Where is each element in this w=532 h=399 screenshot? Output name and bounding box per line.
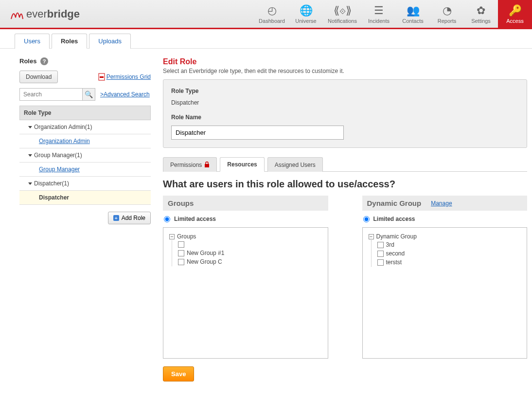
resources-columns: Groups Limited access −Groups New Group … — [163, 196, 527, 359]
tab-permissions[interactable]: Permissions — [163, 157, 217, 172]
logo-text: everbridge — [26, 8, 80, 20]
tree-group-mgr-parent[interactable]: Group Manager(1) — [19, 148, 151, 163]
group-item[interactable]: New Group C — [178, 257, 322, 266]
dynamic-header: Dynamic GroupManage — [362, 196, 528, 211]
search-wrap: 🔍 — [19, 88, 95, 101]
nav-universe[interactable]: 🌐Universe — [289, 0, 323, 29]
nav-contacts[interactable]: 👥Contacts — [396, 0, 430, 29]
chevron-down-icon — [28, 182, 32, 185]
checkbox[interactable] — [377, 259, 384, 266]
dynamic-item[interactable]: second — [377, 249, 521, 258]
form-box: Role Type Dispatcher Role Name — [163, 79, 527, 148]
right-panel: Edit Role Select an Everbridge role type… — [151, 57, 532, 381]
svg-rect-2 — [205, 164, 209, 167]
nav-notifications[interactable]: ⟪⟐⟫Notifications — [323, 0, 362, 29]
groups-header: Groups — [163, 196, 328, 211]
plus-icon: + — [113, 215, 119, 221]
tree-dispatcher-child[interactable]: Dispatcher — [19, 191, 151, 205]
role-name-input[interactable] — [171, 126, 344, 140]
permissions-grid-link[interactable]: Permissions Grid — [106, 73, 151, 80]
dynamic-limited-row[interactable]: Limited access — [362, 211, 528, 227]
antenna-icon: ⟪⟐⟫ — [334, 4, 352, 17]
checkbox[interactable] — [178, 241, 184, 248]
nav-incidents[interactable]: ☰Incidents — [362, 0, 396, 29]
groups-column: Groups Limited access −Groups New Group … — [163, 196, 328, 359]
nav-reports[interactable]: ◔Reports — [430, 0, 464, 29]
tab-resources[interactable]: Resources — [220, 157, 264, 172]
role-type-value: Dispatcher — [171, 99, 519, 106]
search-icon: 🔍 — [85, 91, 93, 98]
tree-org-admin-child[interactable]: Organization Admin — [19, 134, 151, 148]
dynamic-group-column: Dynamic GroupManage Limited access −Dyna… — [362, 196, 528, 359]
nav-settings[interactable]: ✿Settings — [464, 0, 498, 29]
main-nav: ◴Dashboard 🌐Universe ⟪⟐⟫Notifications ☰I… — [255, 0, 532, 29]
dynamic-item[interactable]: 3rd — [377, 240, 521, 249]
role-type-label: Role Type — [171, 88, 519, 94]
checkbox[interactable] — [178, 259, 184, 265]
tab-users[interactable]: Users — [15, 34, 50, 49]
groups-limited-label: Limited access — [174, 216, 216, 222]
download-button[interactable]: Download — [19, 71, 58, 83]
dynamic-limited-radio[interactable] — [363, 216, 370, 222]
roles-title: Roles — [19, 57, 36, 65]
groups-limited-radio[interactable] — [164, 216, 170, 222]
pie-icon: ◔ — [443, 4, 452, 17]
key-icon: 🔑 — [509, 4, 522, 17]
groups-limited-row[interactable]: Limited access — [163, 211, 328, 227]
tree-group-mgr-child[interactable]: Group Manager — [19, 163, 151, 177]
tree-dispatcher-parent[interactable]: Dispatcher(1) — [19, 177, 151, 191]
checkbox[interactable] — [377, 242, 384, 248]
edit-role-title: Edit Role — [163, 57, 527, 66]
dynamic-item[interactable]: terstst — [377, 258, 521, 267]
group-item[interactable] — [178, 240, 322, 249]
left-panel: Roles ? Download Permissions Grid 🔍 >Adv… — [19, 57, 151, 381]
tab-roles[interactable]: Roles — [52, 34, 87, 49]
add-role-button[interactable]: +Add Role — [108, 212, 151, 224]
save-button[interactable]: Save — [163, 366, 194, 381]
lock-icon — [204, 162, 210, 168]
dashboard-icon: ◴ — [267, 4, 277, 17]
subtabs: Users Roles Uploads — [0, 33, 532, 49]
role-name-label: Role Name — [171, 114, 519, 121]
svg-rect-1 — [100, 76, 104, 78]
groups-tree[interactable]: −Groups New Group #1 New Group C — [163, 227, 328, 359]
gear-icon: ✿ — [477, 4, 485, 17]
manage-link[interactable]: Manage — [431, 200, 452, 207]
chevron-down-icon — [28, 154, 32, 157]
dynamic-limited-label: Limited access — [373, 216, 415, 222]
mid-tabs: Permissions Resources Assigned Users — [163, 157, 527, 172]
advanced-search-link[interactable]: >Advanced Search — [100, 91, 150, 98]
logo-icon — [10, 7, 24, 21]
tab-assigned-users[interactable]: Assigned Users — [267, 157, 323, 172]
checkbox[interactable] — [178, 250, 184, 256]
minus-icon[interactable]: − — [169, 234, 175, 239]
search-input[interactable] — [20, 89, 82, 100]
search-button[interactable]: 🔍 — [82, 89, 95, 100]
topbar: everbridge ◴Dashboard 🌐Universe ⟪⟐⟫Notif… — [0, 0, 532, 29]
tree-org-admin-parent[interactable]: Organization Admin(1) — [19, 120, 151, 134]
groups-root-node[interactable]: −Groups — [169, 233, 322, 240]
group-item[interactable]: New Group #1 — [178, 249, 322, 257]
help-icon[interactable]: ? — [40, 57, 48, 65]
chevron-down-icon — [28, 126, 32, 128]
dynamic-root-node[interactable]: −Dynamic Group — [369, 233, 521, 240]
access-question: What are users in this role allowed to u… — [163, 179, 527, 190]
minus-icon[interactable]: − — [369, 234, 374, 239]
people-icon: 👥 — [407, 4, 420, 17]
nav-access[interactable]: 🔑Access — [498, 0, 532, 29]
globe-icon: 🌐 — [300, 4, 313, 17]
dynamic-tree[interactable]: −Dynamic Group 3rd second terstst — [362, 227, 528, 359]
checkbox[interactable] — [377, 251, 384, 257]
list-icon: ☰ — [374, 4, 384, 17]
role-type-header: Role Type — [19, 106, 151, 120]
tab-uploads[interactable]: Uploads — [89, 34, 131, 49]
nav-dashboard[interactable]: ◴Dashboard — [255, 0, 289, 29]
pdf-icon — [98, 73, 105, 81]
logo[interactable]: everbridge — [10, 7, 80, 21]
content: Roles ? Download Permissions Grid 🔍 >Adv… — [0, 49, 532, 391]
edit-role-desc: Select an Everbridge role type, then edi… — [163, 68, 527, 74]
